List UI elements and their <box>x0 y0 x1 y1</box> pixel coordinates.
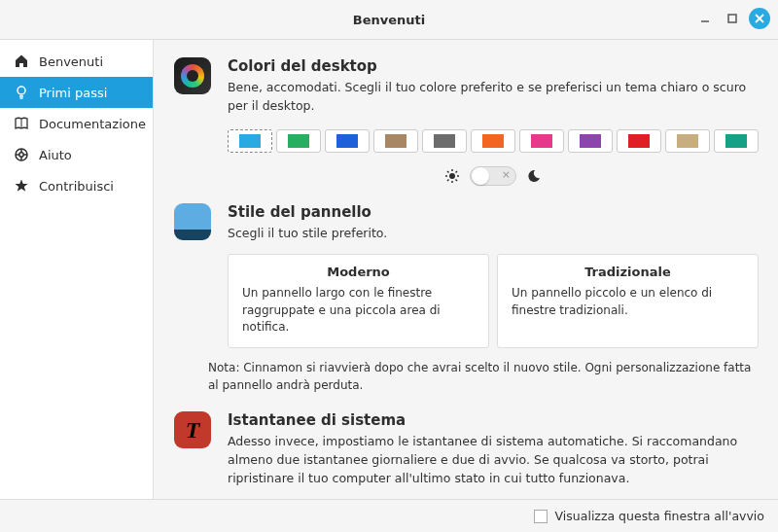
titlebar: Benvenuti <box>0 0 778 39</box>
show-on-startup-checkbox[interactable] <box>534 510 548 523</box>
svg-line-20 <box>456 179 458 181</box>
maximize-button[interactable] <box>722 8 743 29</box>
color-swatch[interactable] <box>276 129 321 153</box>
color-swatch[interactable] <box>471 129 515 153</box>
sidebar-item-contribute[interactable]: Contribuisci <box>0 170 153 201</box>
panel-style-note: Nota: Cinnamon si riavvierà dopo che avr… <box>208 360 778 394</box>
footer: Visualizza questa finestra all'avvio <box>0 499 778 532</box>
theme-toggle-row: × <box>228 166 759 186</box>
svg-line-22 <box>456 171 458 173</box>
welcome-window: Benvenuti Benvenuti Primi passi <box>0 0 778 532</box>
home-icon <box>14 53 29 69</box>
show-on-startup-label: Visualizza questa finestra all'avvio <box>555 509 764 523</box>
help-icon <box>14 147 29 162</box>
close-button[interactable] <box>749 8 770 29</box>
desktop-colors-title: Colori del desktop <box>228 57 759 75</box>
colors-icon <box>173 57 212 186</box>
color-swatch[interactable] <box>373 129 418 153</box>
section-snapshots: T Istantanee di sistema Adesso invece, i… <box>154 394 778 487</box>
snapshot-icon: T <box>173 411 212 487</box>
window-controls <box>694 8 770 29</box>
moon-icon <box>526 168 542 184</box>
sidebar-item-label: Primi passi <box>39 86 107 100</box>
color-swatch[interactable] <box>714 129 759 153</box>
sidebar-item-help[interactable]: Aiuto <box>0 139 153 170</box>
snapshots-desc: Adesso invece, impostiamo le istantanee … <box>228 433 759 487</box>
svg-point-14 <box>449 173 455 179</box>
color-swatch[interactable] <box>422 129 467 153</box>
sidebar-item-label: Aiuto <box>39 148 72 162</box>
svg-point-4 <box>18 87 25 94</box>
panel-option-modern[interactable]: Moderno Un pannello largo con le finestr… <box>228 254 489 348</box>
svg-line-21 <box>447 179 449 181</box>
color-swatch[interactable] <box>617 129 661 153</box>
panel-option-traditional[interactable]: Tradizionale Un pannello piccolo e un el… <box>497 254 759 348</box>
sidebar: Benvenuti Primi passi Documentazione Aiu… <box>0 40 154 499</box>
sidebar-item-documentation[interactable]: Documentazione <box>0 108 153 139</box>
panel-option-desc: Un pannello largo con le finestre raggru… <box>242 285 475 336</box>
minimize-button[interactable] <box>694 8 716 29</box>
sidebar-item-first-steps[interactable]: Primi passi <box>0 77 153 108</box>
panel-style-desc: Scegli il tuo stile preferito. <box>228 225 759 243</box>
panel-style-title: Stile del pannello <box>228 203 759 221</box>
panel-icon <box>173 203 212 349</box>
section-panel-style: Stile del pannello Scegli il tuo stile p… <box>154 186 778 349</box>
content-area: Colori del desktop Bene, accomodati. Sce… <box>154 40 778 499</box>
desktop-colors-desc: Bene, accomodati. Scegli il tuo colore p… <box>228 79 759 116</box>
color-swatch[interactable] <box>325 129 370 153</box>
svg-line-19 <box>447 171 449 173</box>
sun-icon <box>444 168 460 184</box>
section-desktop-colors: Colori del desktop Bene, accomodati. Sce… <box>154 40 778 186</box>
color-swatch[interactable] <box>228 129 272 153</box>
panel-option-desc: Un pannello piccolo e un elenco di fines… <box>512 285 744 319</box>
window-body: Benvenuti Primi passi Documentazione Aiu… <box>0 39 778 499</box>
panel-style-options: Moderno Un pannello largo con le finestr… <box>228 254 759 348</box>
sidebar-item-label: Benvenuti <box>39 54 103 69</box>
book-icon <box>14 116 29 131</box>
theme-toggle[interactable]: × <box>470 166 516 186</box>
snapshots-title: Istantanee di sistema <box>228 411 759 429</box>
svg-point-9 <box>19 153 23 157</box>
star-icon <box>14 178 29 194</box>
sidebar-item-label: Contribuisci <box>39 179 114 194</box>
window-title: Benvenuti <box>353 13 425 27</box>
lightbulb-icon <box>14 85 29 100</box>
color-swatch[interactable] <box>519 129 564 153</box>
color-swatch-row <box>228 129 759 153</box>
panel-option-title: Moderno <box>242 265 475 279</box>
sidebar-item-welcome[interactable]: Benvenuti <box>0 46 153 77</box>
color-swatch[interactable] <box>665 129 710 153</box>
color-swatch[interactable] <box>568 129 613 153</box>
sidebar-item-label: Documentazione <box>39 117 146 131</box>
panel-option-title: Tradizionale <box>512 265 744 279</box>
svg-rect-1 <box>728 15 736 22</box>
